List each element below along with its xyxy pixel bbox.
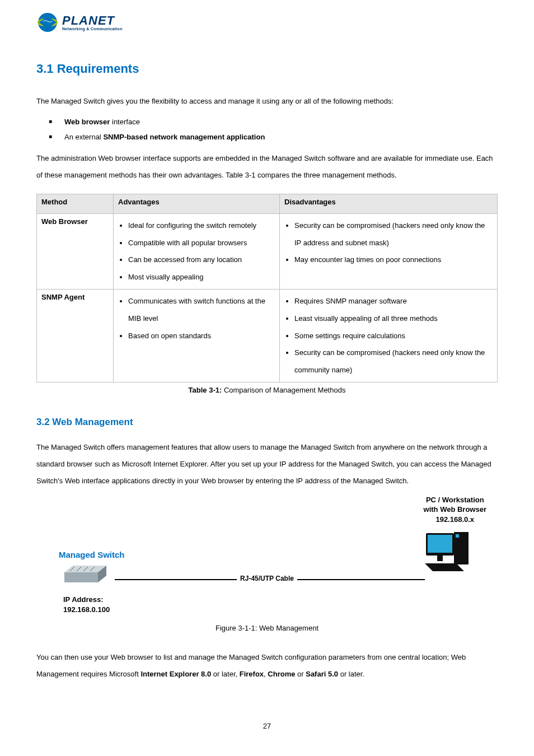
method-cell: Web Browser	[37, 214, 114, 290]
final-paragraph: You can then use your Web browser to lis…	[36, 649, 498, 683]
table-row: Web Browser Ideal for configuring the sw…	[37, 214, 498, 290]
svg-rect-7	[428, 535, 452, 553]
pc-icon	[425, 526, 475, 578]
sub-heading: 3.2 Web Management	[36, 417, 498, 428]
table-header: Method	[37, 194, 114, 214]
advantages-cell: Ideal for configuring the switch remotel…	[114, 214, 280, 290]
disadvantages-cell: Security can be compromised (hackers nee…	[280, 214, 498, 290]
figure-caption: Figure 3-1-1: Web Management	[36, 624, 498, 632]
logo-brand-text: PLANET	[62, 15, 123, 27]
methods-list: Web browser interface An external SNMP-b…	[36, 114, 498, 145]
comparison-table: Method Advantages Disadvantages Web Brow…	[36, 194, 498, 382]
brand-logo: PLANET Networking & Communication	[36, 11, 498, 34]
pc-label: PC / Workstation with Web Browser 192.16…	[424, 495, 486, 525]
logo-tagline: Networking & Communication	[62, 27, 123, 31]
method-cell: SNMP Agent	[37, 290, 114, 382]
paragraph: The administration Web browser interface…	[36, 150, 498, 184]
table-caption: Table 3-1: Comparison of Management Meth…	[36, 386, 498, 394]
globe-icon	[36, 11, 59, 34]
disadvantages-cell: Requires SNMP manager software Least vis…	[280, 290, 498, 382]
web-management-diagram: PC / Workstation with Web Browser 192.16…	[36, 495, 498, 624]
ip-label: IP Address: 192.168.0.100	[63, 595, 110, 615]
svg-rect-4	[456, 534, 459, 538]
table-header: Advantages	[114, 194, 280, 214]
svg-rect-8	[437, 556, 443, 561]
table-row: SNMP Agent Communicates with switch func…	[37, 290, 498, 382]
web-paragraph: The Managed Switch offers management fea…	[36, 439, 498, 489]
table-header: Disadvantages	[280, 194, 498, 214]
cable-label: RJ-45/UTP Cable	[237, 575, 297, 582]
svg-point-2	[42, 17, 53, 28]
intro-paragraph: The Managed Switch gives you the flexibi…	[36, 93, 498, 110]
advantages-cell: Communicates with switch functions at th…	[114, 290, 280, 382]
switch-label: Managed Switch	[59, 550, 125, 559]
section-heading: 3.1 Requirements	[36, 62, 498, 76]
list-item: Web browser interface	[64, 114, 498, 129]
switch-icon	[64, 561, 109, 591]
page-number: 27	[36, 722, 498, 730]
svg-rect-10	[64, 572, 98, 582]
list-item: An external SNMP-based network managemen…	[64, 129, 498, 144]
svg-marker-5	[425, 563, 464, 571]
